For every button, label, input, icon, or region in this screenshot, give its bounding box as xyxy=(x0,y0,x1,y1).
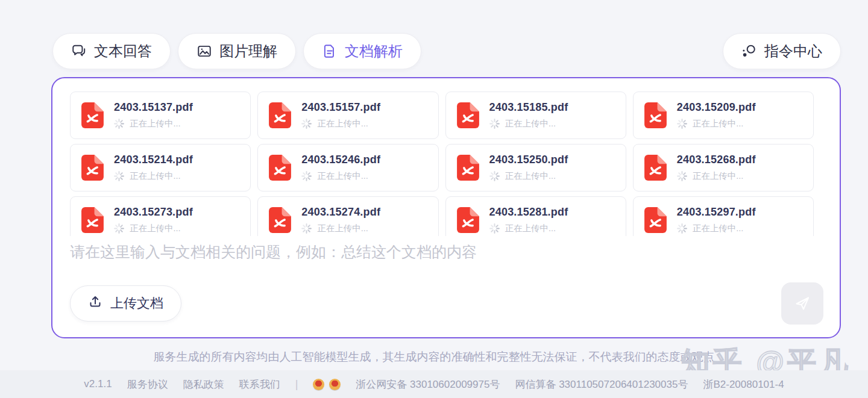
file-name: 2403.15137.pdf xyxy=(114,101,193,114)
version-label: v2.1.1 xyxy=(84,378,112,390)
upload-status-label: 正在上传中... xyxy=(317,223,368,234)
loading-spinner-icon xyxy=(114,171,124,181)
mode-tabs: 文本回答 图片理解 文档解析 xyxy=(52,33,421,69)
pdf-file-icon xyxy=(268,207,292,234)
upload-status-label: 正在上传中... xyxy=(693,223,744,234)
upload-status-label: 正在上传中... xyxy=(130,223,181,234)
file-card[interactable]: 2403.15137.pdf 正在上传中... xyxy=(70,92,251,139)
file-name: 2403.15246.pdf xyxy=(301,154,380,166)
pdf-file-icon xyxy=(81,207,104,234)
privacy-link[interactable]: 隐私政策 xyxy=(183,378,224,391)
police-badge-icon xyxy=(329,379,341,390)
pdf-file-icon xyxy=(456,102,480,129)
tab-label: 文档解析 xyxy=(345,42,403,61)
divider: | xyxy=(295,378,298,391)
file-card[interactable]: 2403.15297.pdf 正在上传中... xyxy=(633,196,814,236)
legal-bar: v2.1.1 服务协议 隐私政策 联系我们 | 浙公网安备 3301060200… xyxy=(0,370,868,398)
loading-spinner-icon xyxy=(489,223,500,234)
pdf-file-icon xyxy=(456,207,480,234)
loading-spinner-icon xyxy=(489,119,500,129)
command-center-label: 指令中心 xyxy=(764,42,822,61)
national-emblem-icon xyxy=(313,379,324,390)
icp-license-link[interactable]: 浙B2-20080101-4 xyxy=(703,378,784,391)
send-button[interactable] xyxy=(781,282,823,325)
upload-status-label: 正在上传中... xyxy=(505,170,556,182)
loading-spinner-icon xyxy=(301,223,312,234)
loading-spinner-icon xyxy=(301,171,312,181)
file-name: 2403.15281.pdf xyxy=(489,206,568,219)
pdf-file-icon xyxy=(644,154,667,181)
tab-label: 文本回答 xyxy=(94,42,152,61)
upload-status-label: 正在上传中... xyxy=(693,118,744,129)
upload-button-label: 上传文档 xyxy=(110,294,163,312)
file-card[interactable]: 2403.15281.pdf 正在上传中... xyxy=(445,196,626,236)
terms-link[interactable]: 服务协议 xyxy=(127,378,168,391)
file-card[interactable]: 2403.15273.pdf 正在上传中... xyxy=(70,196,251,236)
file-card[interactable]: 2403.15246.pdf 正在上传中... xyxy=(257,144,438,191)
loading-spinner-icon xyxy=(114,119,124,129)
loading-spinner-icon xyxy=(114,223,124,234)
file-card[interactable]: 2403.15185.pdf 正在上传中... xyxy=(445,92,626,139)
pdf-file-icon xyxy=(644,207,667,234)
upload-icon xyxy=(88,294,102,312)
loading-spinner-icon xyxy=(677,119,687,129)
pdf-file-icon xyxy=(644,102,667,129)
upload-status-label: 正在上传中... xyxy=(505,223,556,234)
image-icon xyxy=(197,43,212,59)
upload-status-label: 正在上传中... xyxy=(317,118,368,129)
file-card[interactable]: 2403.15274.pdf 正在上传中... xyxy=(257,196,438,236)
loading-spinner-icon xyxy=(489,171,500,181)
pdf-file-icon xyxy=(81,102,104,129)
sparkle-dots-icon xyxy=(741,43,757,59)
tab-image-understanding[interactable]: 图片理解 xyxy=(178,33,296,69)
upload-document-button[interactable]: 上传文档 xyxy=(70,285,181,322)
file-name: 2403.15250.pdf xyxy=(489,154,568,166)
file-card[interactable]: 2403.15214.pdf 正在上传中... xyxy=(70,144,251,191)
upload-status-label: 正在上传中... xyxy=(693,170,744,182)
loading-spinner-icon xyxy=(677,223,687,234)
upload-status-label: 正在上传中... xyxy=(130,170,181,182)
psb-registration-link[interactable]: 浙公网安备 33010602009975号 xyxy=(356,378,500,391)
command-center-button[interactable]: 指令中心 xyxy=(723,33,841,69)
file-name: 2403.15297.pdf xyxy=(677,206,756,219)
tab-label: 图片理解 xyxy=(219,42,277,61)
loading-spinner-icon xyxy=(677,171,687,181)
composer-panel: 2403.15137.pdf 正在上传中... xyxy=(51,77,841,338)
file-name: 2403.15157.pdf xyxy=(301,101,380,114)
pdf-file-icon xyxy=(268,154,292,181)
file-name: 2403.15214.pdf xyxy=(114,154,193,166)
chat-icon xyxy=(71,43,87,59)
pdf-file-icon xyxy=(268,102,292,129)
file-card[interactable]: 2403.15268.pdf 正在上传中... xyxy=(633,144,814,191)
file-card[interactable]: 2403.15209.pdf 正在上传中... xyxy=(633,92,814,139)
file-name: 2403.15268.pdf xyxy=(677,154,756,166)
loading-spinner-icon xyxy=(301,119,312,129)
contact-link[interactable]: 联系我们 xyxy=(239,378,280,391)
ai-disclaimer: 服务生成的所有内容均由人工智能模型生成，其生成内容的准确性和完整性无法保证，不代… xyxy=(0,349,868,365)
tab-document-parsing[interactable]: 文档解析 xyxy=(303,33,421,69)
pdf-file-icon xyxy=(81,154,104,181)
upload-status-label: 正在上传中... xyxy=(317,170,368,182)
file-name: 2403.15273.pdf xyxy=(114,206,193,219)
paper-plane-icon xyxy=(792,293,813,315)
file-card[interactable]: 2403.15157.pdf 正在上传中... xyxy=(257,92,438,139)
pdf-file-icon xyxy=(456,154,480,181)
file-name: 2403.15209.pdf xyxy=(677,101,756,114)
upload-status-label: 正在上传中... xyxy=(130,118,181,129)
file-name: 2403.15185.pdf xyxy=(489,101,568,114)
file-card[interactable]: 2403.15250.pdf 正在上传中... xyxy=(445,144,626,191)
algorithm-registration-label: 网信算备 330110507206401230035号 xyxy=(515,378,688,391)
document-icon xyxy=(322,43,338,59)
badge-group xyxy=(313,379,341,390)
file-name: 2403.15274.pdf xyxy=(301,206,380,219)
file-grid: 2403.15137.pdf 正在上传中... xyxy=(70,92,814,236)
tab-text-answer[interactable]: 文本回答 xyxy=(52,33,171,69)
upload-status-label: 正在上传中... xyxy=(505,118,556,129)
prompt-input[interactable] xyxy=(70,242,763,277)
